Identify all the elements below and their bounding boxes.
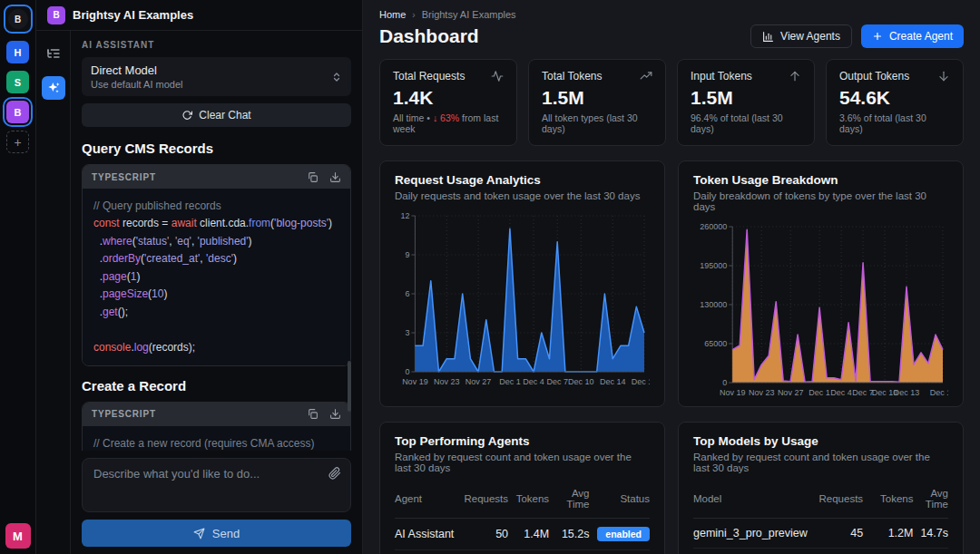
table-row[interactable]: claude_sonnet_415131.0K7.3s xyxy=(693,549,948,554)
brightsy-logo[interactable]: B xyxy=(4,5,33,34)
svg-text:0: 0 xyxy=(405,367,409,376)
chart-subtitle: Daily requests and token usage over the … xyxy=(395,190,650,201)
svg-text:12: 12 xyxy=(400,211,409,220)
chevrons-up-down-icon xyxy=(331,72,342,83)
column-header: Requests xyxy=(808,481,863,519)
bar-chart-icon xyxy=(762,31,774,43)
view-agents-button[interactable]: View Agents xyxy=(750,24,852,48)
top-agents-card: Top Performing Agents Ranked by request … xyxy=(379,422,665,554)
svg-text:Dec 18: Dec 18 xyxy=(930,388,948,397)
stats-row: Total Requests 1.4K All time • ↓ 63% fro… xyxy=(363,52,980,146)
create-agent-button[interactable]: Create Agent xyxy=(861,24,964,48)
breadcrumb-home[interactable]: Home xyxy=(379,9,406,20)
svg-text:Dec 13: Dec 13 xyxy=(894,388,920,397)
stat-value: 1.4K xyxy=(393,87,504,109)
svg-text:130000: 130000 xyxy=(700,300,727,309)
ai-assistant-tab[interactable] xyxy=(42,76,65,100)
svg-text:Dec 7: Dec 7 xyxy=(546,377,568,386)
column-header: Tokens xyxy=(508,481,549,519)
stat-value: 1.5M xyxy=(542,87,652,109)
user-avatar[interactable]: M xyxy=(5,523,31,549)
table-title: Top Performing Agents xyxy=(395,434,650,448)
code-language-label: TYPESCRIPT xyxy=(92,409,156,419)
charts-row: Request Usage Analytics Daily requests a… xyxy=(363,146,980,407)
download-icon[interactable] xyxy=(329,408,341,420)
panel-title: Brightsy AI Examples xyxy=(73,8,193,22)
trending-up-icon xyxy=(640,70,652,83)
copy-icon[interactable] xyxy=(307,408,318,420)
breadcrumb: Home › Brightsy AI Examples xyxy=(379,9,964,20)
column-header: Agent xyxy=(395,481,459,519)
project-badge: B xyxy=(47,6,65,24)
table-row[interactable]: Weatherman1078.4K9.1senabled xyxy=(395,550,650,554)
code-content[interactable]: // Query published recordsconst records … xyxy=(83,189,350,365)
chat-scrollbar[interactable] xyxy=(348,361,351,412)
stat-caption: 96.4% of total (last 30 days) xyxy=(691,112,801,134)
chat-input-box[interactable] xyxy=(82,458,351,512)
column-header: Status xyxy=(590,481,651,519)
code-content[interactable]: // Create a new record (requires CMA acc… xyxy=(83,426,350,451)
svg-text:Nov 23: Nov 23 xyxy=(749,388,775,397)
model-select[interactable]: Direct Model Use default AI model xyxy=(82,57,351,96)
stat-label: Input Tokens xyxy=(691,70,752,83)
column-header: Requests xyxy=(459,481,508,519)
column-header: Avg Time xyxy=(549,481,589,519)
stat-label: Output Tokens xyxy=(839,70,909,83)
chat-message-area[interactable]: Query CMS Records TYPESCRIPT // Query pu… xyxy=(82,129,351,451)
svg-text:Dec 18: Dec 18 xyxy=(632,377,650,386)
svg-text:0: 0 xyxy=(722,378,727,387)
stat-label: Total Tokens xyxy=(542,70,603,83)
panel-header: B Brightsy AI Examples xyxy=(36,0,362,31)
stat-caption: All token types (last 30 days) xyxy=(542,112,652,134)
token-usage-chart: 065000130000195000260000Nov 19Nov 23Nov … xyxy=(693,221,948,399)
create-agent-label: Create Agent xyxy=(889,30,953,43)
code-block-query: TYPESCRIPT // Query published recordscon… xyxy=(82,164,351,366)
send-button[interactable]: Send xyxy=(82,520,351,547)
brightsy-logo-icon: B xyxy=(8,9,28,29)
svg-text:Nov 19: Nov 19 xyxy=(720,388,746,397)
svg-text:Dec 1: Dec 1 xyxy=(808,388,830,397)
svg-text:195000: 195000 xyxy=(700,261,727,270)
svg-text:65000: 65000 xyxy=(704,339,727,348)
svg-text:Nov 23: Nov 23 xyxy=(434,377,460,386)
column-header: Model xyxy=(693,481,808,519)
code-block-create: TYPESCRIPT // Create a new record (requi… xyxy=(82,402,351,451)
svg-text:Dec 4: Dec 4 xyxy=(523,377,544,386)
status-badge: enabled xyxy=(597,527,650,541)
table-subtitle: Ranked by request count and token usage … xyxy=(395,452,650,473)
list-tree-icon[interactable] xyxy=(42,42,65,65)
copy-icon[interactable] xyxy=(307,171,318,183)
activity-icon xyxy=(491,70,504,83)
table-subtitle: Ranked by request count and token usage … xyxy=(693,452,948,473)
chart-title: Request Usage Analytics xyxy=(395,173,650,187)
code-language-label: TYPESCRIPT xyxy=(92,172,156,182)
download-icon[interactable] xyxy=(329,171,341,183)
stat-card-output-tokens: Output Tokens 54.6K 3.6% of total (last … xyxy=(826,59,964,146)
chart-title: Token Usage Breakdown xyxy=(693,173,948,187)
paperclip-icon[interactable] xyxy=(328,467,341,480)
stat-card-input-tokens: Input Tokens 1.5M 96.4% of total (last 3… xyxy=(677,59,815,146)
workspace-button-h[interactable]: H xyxy=(6,41,29,63)
stat-caption: 3.6% of total (last 30 days) xyxy=(839,112,950,134)
svg-text:Dec 1: Dec 1 xyxy=(499,377,521,386)
add-workspace-button[interactable]: + xyxy=(6,131,29,153)
top-models-table: ModelRequestsTokensAvg Timegemini_3_pro_… xyxy=(693,481,948,554)
breadcrumb-current: Brightsy AI Examples xyxy=(422,9,516,20)
svg-text:Nov 27: Nov 27 xyxy=(466,377,492,386)
table-row[interactable]: AI Assistant501.4M15.2senabled xyxy=(395,519,650,550)
workspace-button-b-selected[interactable]: B xyxy=(6,101,29,123)
table-title: Top Models by Usage xyxy=(693,434,948,448)
sparkles-icon xyxy=(46,81,61,95)
table-row[interactable]: gemini_3_pro_preview451.2M14.7s xyxy=(693,519,948,549)
send-icon xyxy=(193,528,205,539)
chart-subtitle: Daily breakdown of tokens by type over t… xyxy=(693,190,948,212)
request-usage-card: Request Usage Analytics Daily requests a… xyxy=(379,160,665,407)
stat-value: 54.6K xyxy=(839,87,950,109)
chat-input[interactable] xyxy=(93,467,319,503)
svg-text:Dec 10: Dec 10 xyxy=(568,377,594,386)
column-header: Tokens xyxy=(863,481,913,519)
svg-text:9: 9 xyxy=(405,250,409,259)
clear-chat-button[interactable]: Clear Chat xyxy=(82,103,351,127)
model-description: Use default AI model xyxy=(91,79,183,90)
workspace-button-s[interactable]: S xyxy=(6,71,29,93)
